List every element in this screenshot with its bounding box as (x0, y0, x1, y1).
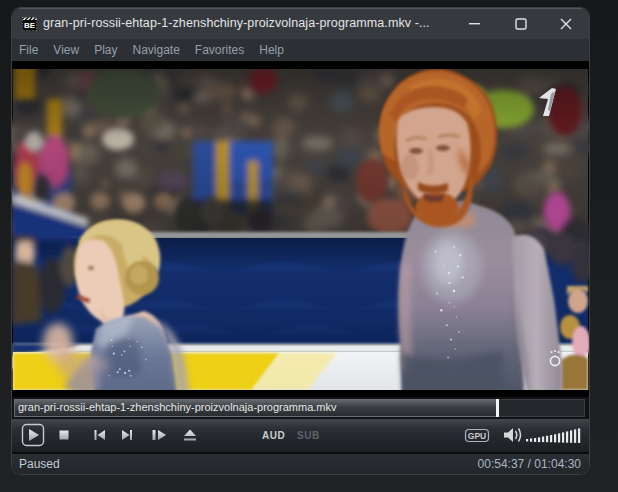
svg-text:GPU: GPU (468, 431, 486, 441)
svg-text:BE: BE (24, 21, 36, 30)
svg-text:SUB: SUB (297, 430, 320, 441)
svg-text:AUD: AUD (262, 430, 285, 441)
